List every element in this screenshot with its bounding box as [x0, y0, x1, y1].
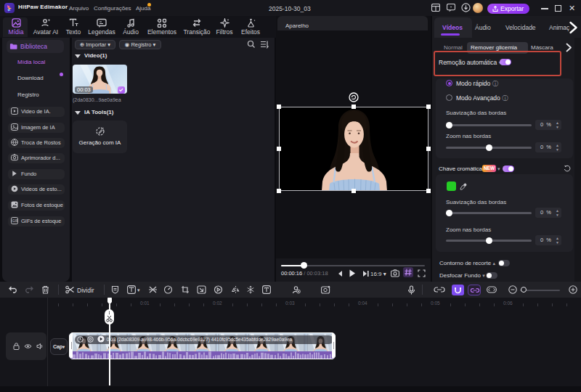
svg-text:GIF: GIF [12, 219, 18, 223]
